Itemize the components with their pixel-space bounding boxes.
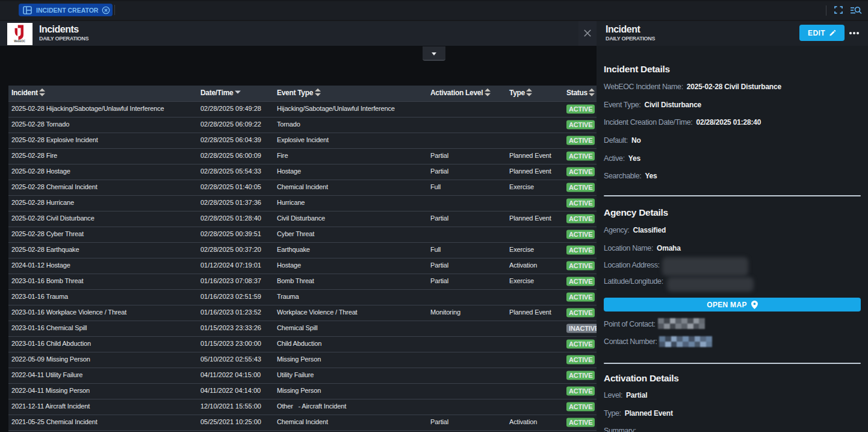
svg-text:WebEOC: WebEOC [14,40,25,43]
